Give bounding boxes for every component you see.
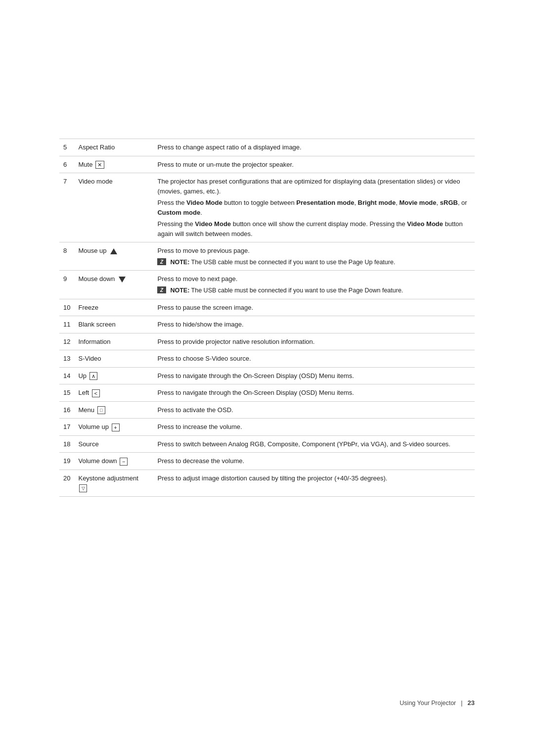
arrow-up-icon bbox=[110, 248, 117, 254]
row-label: Up ∧ bbox=[74, 367, 153, 384]
row-number: 20 bbox=[59, 470, 74, 496]
page-wrapper: 5Aspect RatioPress to change aspect rati… bbox=[0, 0, 534, 756]
row-description: Press to change aspect ratio of a displa… bbox=[153, 139, 475, 156]
row-description: Press to navigate through the On-Screen … bbox=[153, 367, 475, 384]
row-label: Mute ✕ bbox=[74, 156, 153, 173]
row-label: Aspect Ratio bbox=[74, 139, 153, 156]
row-label: Video mode bbox=[74, 173, 153, 242]
row-number: 18 bbox=[59, 435, 74, 453]
footer-page-number: 23 bbox=[468, 699, 475, 707]
desc-text: Press to move to previous page. bbox=[157, 246, 471, 256]
row-label: Menu □ bbox=[74, 401, 153, 419]
row-label: Mouse up bbox=[74, 242, 153, 271]
table-row: 16Menu □Press to activate the OSD. bbox=[59, 401, 475, 419]
row-label: Left < bbox=[74, 384, 153, 402]
table-row: 9Mouse down Press to move to next page. … bbox=[59, 271, 475, 299]
table-row: 11Blank screenPress to hide/show the ima… bbox=[59, 316, 475, 333]
desc-text: Press to provide projector native resolu… bbox=[157, 337, 471, 347]
up-box-icon: ∧ bbox=[89, 372, 97, 380]
desc-text: Press to increase the volume. bbox=[157, 422, 471, 432]
row-number: 15 bbox=[59, 384, 74, 402]
menu-box-icon: □ bbox=[97, 406, 105, 414]
row-label: Blank screen bbox=[74, 316, 153, 333]
content-area: 5Aspect RatioPress to change aspect rati… bbox=[0, 0, 534, 596]
row-description: Press to activate the OSD. bbox=[153, 401, 475, 419]
row-number: 17 bbox=[59, 419, 74, 436]
desc-text: Press to switch between Analog RGB, Comp… bbox=[157, 439, 471, 449]
mute-icon: ✕ bbox=[95, 161, 104, 169]
note-box: Z NOTE: The USB cable must be connected … bbox=[157, 258, 471, 267]
desc-text: Press to hide/show the image. bbox=[157, 320, 471, 330]
svg-text:Z: Z bbox=[160, 259, 164, 265]
minus-box-icon: − bbox=[120, 458, 128, 466]
note-text: NOTE: The USB cable must be connected if… bbox=[170, 286, 403, 295]
desc-text: Press to navigate through the On-Screen … bbox=[157, 388, 471, 398]
table-row: 20Keystone adjustment▽Press to adjust im… bbox=[59, 470, 475, 496]
desc-text: Press to change aspect ratio of a displa… bbox=[157, 142, 471, 152]
row-label: S-Video bbox=[74, 350, 153, 368]
row-number: 5 bbox=[59, 139, 74, 156]
row-description: Press to mute or un-mute the projector s… bbox=[153, 156, 475, 173]
row-label: Information bbox=[74, 333, 153, 350]
row-label: Freeze bbox=[74, 299, 153, 316]
table-row: 6Mute ✕Press to mute or un-mute the proj… bbox=[59, 156, 475, 173]
table-row: 12InformationPress to provide projector … bbox=[59, 333, 475, 350]
row-description: Press to navigate through the On-Screen … bbox=[153, 384, 475, 402]
desc-text: Press the Video Mode button to toggle be… bbox=[157, 198, 471, 217]
svg-text:Z: Z bbox=[160, 287, 164, 293]
main-table: 5Aspect RatioPress to change aspect rati… bbox=[59, 139, 475, 497]
table-row: 15Left <Press to navigate through the On… bbox=[59, 384, 475, 402]
row-number: 16 bbox=[59, 401, 74, 419]
row-description: Press to provide projector native resolu… bbox=[153, 333, 475, 350]
row-label: Keystone adjustment▽ bbox=[74, 470, 153, 496]
note-text: NOTE: The USB cable must be connected if… bbox=[170, 258, 395, 267]
row-description: Press to hide/show the image. bbox=[153, 316, 475, 333]
row-number: 7 bbox=[59, 173, 74, 242]
table-row: 8Mouse up Press to move to previous page… bbox=[59, 242, 475, 271]
row-description: Press to adjust image distortion caused … bbox=[153, 470, 475, 496]
row-label: Volume up + bbox=[74, 419, 153, 436]
row-number: 13 bbox=[59, 350, 74, 368]
footer-pipe: | bbox=[461, 700, 462, 707]
row-number: 19 bbox=[59, 453, 74, 470]
desc-text: Press to move to next page. bbox=[157, 274, 471, 284]
desc-text: The projector has preset configurations … bbox=[157, 177, 471, 196]
row-description: Press to move to previous page. Z NOTE: … bbox=[153, 242, 475, 271]
row-description: Press to switch between Analog RGB, Comp… bbox=[153, 435, 475, 453]
table-row: 14Up ∧Press to navigate through the On-S… bbox=[59, 367, 475, 384]
footer: Using Your Projector | 23 bbox=[400, 699, 475, 707]
row-number: 14 bbox=[59, 367, 74, 384]
left-box-icon: < bbox=[92, 389, 100, 397]
row-label: Volume down − bbox=[74, 453, 153, 470]
row-description: Press to pause the screen image. bbox=[153, 299, 475, 316]
desc-text: Press to activate the OSD. bbox=[157, 405, 471, 415]
row-number: 6 bbox=[59, 156, 74, 173]
desc-text: Press to choose S-Video source. bbox=[157, 354, 471, 364]
table-row: 13S-VideoPress to choose S-Video source. bbox=[59, 350, 475, 368]
table-row: 17Volume up +Press to increase the volum… bbox=[59, 419, 475, 436]
table-row: 18SourcePress to switch between Analog R… bbox=[59, 435, 475, 453]
row-number: 12 bbox=[59, 333, 74, 350]
row-description: The projector has preset configurations … bbox=[153, 173, 475, 242]
table-row: 7Video modeThe projector has preset conf… bbox=[59, 173, 475, 242]
row-label: Source bbox=[74, 435, 153, 453]
row-number: 10 bbox=[59, 299, 74, 316]
table-row: 19Volume down −Press to decrease the vol… bbox=[59, 453, 475, 470]
row-number: 11 bbox=[59, 316, 74, 333]
desc-text: Press to decrease the volume. bbox=[157, 456, 471, 466]
desc-text: Press to adjust image distortion caused … bbox=[157, 473, 471, 483]
arrow-down-icon bbox=[119, 277, 126, 283]
desc-text: Press to pause the screen image. bbox=[157, 303, 471, 313]
note-icon: Z bbox=[157, 258, 167, 266]
desc-text: Press to mute or un-mute the projector s… bbox=[157, 160, 471, 170]
row-description: Press to decrease the volume. bbox=[153, 453, 475, 470]
footer-section: Using Your Projector bbox=[400, 700, 456, 707]
row-description: Press to increase the volume. bbox=[153, 419, 475, 436]
plus-box-icon: + bbox=[112, 424, 120, 431]
table-row: 5Aspect RatioPress to change aspect rati… bbox=[59, 139, 475, 156]
note-box: Z NOTE: The USB cable must be connected … bbox=[157, 286, 471, 295]
note-icon: Z bbox=[157, 286, 167, 294]
row-number: 8 bbox=[59, 242, 74, 271]
table-row: 10FreezePress to pause the screen image. bbox=[59, 299, 475, 316]
row-description: Press to choose S-Video source. bbox=[153, 350, 475, 368]
